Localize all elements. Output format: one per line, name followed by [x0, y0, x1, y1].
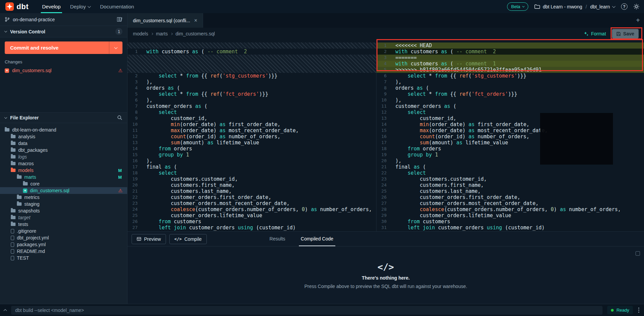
command-input[interactable]: dbt build --select <model_name> [11, 306, 603, 315]
tree-item-data[interactable]: data [0, 140, 127, 147]
tree-item-dbt-packages[interactable]: dbt_packages [0, 147, 127, 153]
code-brackets-icon: </> [377, 262, 394, 272]
chevron-up-icon[interactable] [4, 309, 7, 313]
line-number: 20 [128, 182, 143, 188]
tree-item-tests[interactable]: tests [0, 221, 127, 228]
code-text: customer_orders.first_order_date, [143, 194, 376, 200]
tree-item-models[interactable]: modelsM [0, 167, 127, 174]
compile-button[interactable]: </> Compile [169, 234, 207, 244]
code-text: left join customer_orders using (custome… [143, 225, 376, 231]
breadcrumb-item-dim-customers-sql[interactable]: dim_customers.sql [175, 31, 215, 36]
code-line: 31 left join customer_orders using (cust… [376, 225, 644, 231]
expand-panel-icon[interactable] [636, 251, 640, 256]
commit-options-caret[interactable] [109, 41, 122, 54]
line-number: 5 [128, 91, 143, 97]
nav-link-label: Deploy [70, 4, 86, 9]
nav-deploy[interactable]: Deploy [65, 0, 95, 13]
settings-gear-icon[interactable] [634, 4, 639, 9]
breadcrumb-item-models[interactable]: models [133, 31, 148, 36]
code-brackets-icon: </> [174, 237, 182, 241]
code-line: 13 sum(amount) as lifetime_value [128, 140, 376, 146]
tree-item-dbt-learn-on-demand[interactable]: dbt-learn-on-demand [0, 126, 127, 133]
code-text: from orders [143, 146, 376, 152]
tree-item-metrics[interactable]: metrics [0, 194, 127, 201]
save-button[interactable]: Save [612, 29, 639, 38]
changed-file-dim-customers-sql[interactable]: dim_customers.sql⚠ [0, 66, 127, 75]
tree-item-label: dbt_project.yml [17, 235, 49, 240]
breadcrumb: modelsmartsdim_customers.sql [133, 31, 215, 36]
search-icon[interactable] [117, 115, 122, 120]
file-explorer-header[interactable]: File Explorer [0, 112, 127, 123]
code-line: 22 select [376, 170, 644, 176]
editor-left-pane[interactable]: 1with customers as ( -- comment 22 selec… [128, 40, 376, 231]
code-line: 23 customer_orders.most_recent_order_dat… [128, 200, 376, 206]
code-line: 28 coalesce(customer_orders.number_of_or… [376, 206, 644, 212]
tree-item-logs[interactable]: logs [0, 153, 127, 160]
beta-badge[interactable]: Beta [507, 2, 528, 11]
docs-book-icon[interactable] [117, 17, 122, 22]
main-area: dim_customers.sql (confli... × + modelsm… [128, 13, 644, 304]
folder-icon [17, 196, 22, 199]
more-menu-icon[interactable] [638, 307, 640, 313]
line-number: 11 [376, 103, 392, 109]
top-navbar: dbt DevelopDeployDocumentation Beta dbt … [0, 0, 644, 13]
git-branch-row[interactable]: on-demand-practice [0, 13, 127, 26]
tree-item-gitignore[interactable]: .gitignore [0, 228, 127, 234]
preview-button[interactable]: Preview [132, 234, 166, 244]
code-text: select * from {{ ref('fct_orders')}} [143, 91, 376, 97]
version-control-header[interactable]: Version Control 1 [0, 26, 127, 37]
breadcrumb-item-marts[interactable]: marts [156, 31, 168, 36]
file-icon [11, 236, 14, 240]
tree-item-macros[interactable]: macros [0, 160, 127, 167]
file-icon [11, 249, 14, 254]
account-switcher[interactable]: dbt Learn - mwong / dbt_learn [534, 4, 615, 9]
status-badge[interactable]: Ready [607, 306, 633, 314]
code-text: select * from {{ ref('stg_customers')}} [392, 73, 644, 79]
dbt-logo-icon [5, 2, 14, 11]
tree-item-dbt-project-yml[interactable]: dbt_project.yml [0, 234, 127, 241]
code-line: 21final as ( [376, 164, 644, 170]
code-line: 26 from customers [128, 219, 376, 225]
nav-documentation[interactable]: Documentation [95, 0, 139, 13]
close-tab-icon[interactable]: × [194, 18, 197, 24]
tab-dim-customers-sql[interactable]: dim_customers.sql (confli... × [128, 13, 203, 28]
tree-item-test[interactable]: TEST [0, 255, 127, 261]
code-line: 6), [128, 97, 376, 103]
code-line: 3======= [376, 55, 644, 61]
code-line: 18 select [128, 170, 376, 176]
tree-item-label: dbt-learn-on-demand [12, 127, 56, 133]
file-tree: dbt-learn-on-demandanalysisdatadbt_packa… [0, 123, 127, 304]
code-text: final as ( [143, 164, 376, 170]
tree-item-readme-md[interactable]: README.md [0, 248, 127, 255]
commit-and-resolve-button[interactable]: Commit and resolve [5, 41, 122, 54]
help-icon[interactable]: ? [621, 3, 627, 10]
line-number: 21 [376, 164, 392, 170]
tree-item-dim-customers-sql[interactable]: dim_customers.sql⚠ [0, 187, 127, 194]
code-line: 26 customer_orders.first_order_date, [376, 194, 644, 200]
code-text: <<<<<<< HEAD [392, 42, 644, 49]
line-number: 14 [376, 121, 392, 127]
line-number: 21 [128, 188, 143, 194]
line-number: 20 [376, 158, 392, 164]
toolbar-actions: Format Save [584, 29, 639, 38]
code-text: with customers as ( -- comment 2 [143, 49, 376, 55]
tree-item-analysis[interactable]: analysis [0, 133, 127, 140]
tree-item-marts[interactable]: martsM [0, 174, 127, 180]
tree-item-core[interactable]: core [0, 180, 127, 187]
tree-item-staging[interactable]: staging [0, 201, 127, 207]
dbt-logo[interactable]: dbt [5, 2, 29, 11]
tab-compiled-code[interactable]: Compiled Code [299, 232, 336, 246]
redaction-overlay [540, 113, 613, 165]
format-button[interactable]: Format [584, 31, 606, 36]
tree-item-packages-yml[interactable]: packages.yml [0, 241, 127, 248]
nav-develop[interactable]: Develop [37, 0, 65, 13]
chevron-down-icon [88, 4, 91, 8]
new-panel-plus-icon[interactable]: + [636, 17, 640, 24]
tree-item-snapshots[interactable]: snapshots [0, 207, 127, 214]
tree-item-target[interactable]: target [0, 214, 127, 221]
folder-icon [11, 169, 16, 172]
tab-results[interactable]: Results [268, 232, 287, 246]
commit-button-label: Commit and resolve [5, 45, 109, 51]
git-branch-icon [5, 17, 10, 22]
tree-item-label: TEST [17, 255, 29, 261]
